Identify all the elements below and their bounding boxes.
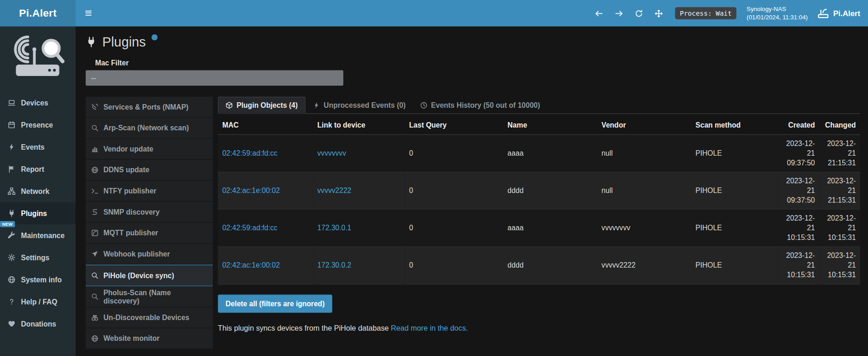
question-icon <box>8 298 16 306</box>
sidebar-item-help-faq[interactable]: Help / FAQ <box>0 291 76 313</box>
plugin-nav-item-arp-scan[interactable]: Arp-Scan (Network scan) <box>86 118 213 139</box>
sidebar-item-label: Plugins <box>21 209 47 217</box>
move-button[interactable] <box>654 9 663 18</box>
sidebar-item-network[interactable]: Network <box>0 180 76 202</box>
plugin-nav-item-pholus-scan[interactable]: Pholus-Scan (Name discovery) <box>86 286 213 308</box>
changed-cell: 2023-12-21 21:15:31 <box>819 172 860 209</box>
col-header-mac[interactable]: MAC <box>218 116 313 134</box>
plug-icon <box>8 210 16 217</box>
sidebar-item-label: Help / FAQ <box>21 298 58 306</box>
plugin-nav-item-undiscoverable-devices[interactable]: Un-Discoverable Devices <box>86 307 213 328</box>
device-link[interactable]: vvvvv2222 <box>317 187 352 195</box>
col-header-vendor[interactable]: Vendor <box>597 116 691 134</box>
plugin-nav-item-services-ports[interactable]: Services & Ports (NMAP) <box>86 97 213 118</box>
plugin-description: This plugin syncs devices from the PiHol… <box>218 324 860 332</box>
scan-method-cell: PIHOLE <box>691 210 777 247</box>
vendor-cell: null <box>597 172 691 209</box>
created-cell: 2023-12-21 09:37:50 <box>777 172 819 209</box>
sidebar-toggle-button[interactable]: ≡ <box>76 0 101 27</box>
plugin-nav-item-website-monitor[interactable]: Website monitor <box>86 328 213 350</box>
plugin-nav-item-snmp-discovery[interactable]: SNMP discovery <box>86 202 213 223</box>
host-info: Synology-NAS (01/01/2024, 11:31:04) <box>747 5 808 22</box>
mqtt-icon <box>91 229 99 237</box>
plugin-nav-item-webhook-publisher[interactable]: Webhook publisher <box>86 244 213 265</box>
plugin-nav-label: Un-Discoverable Devices <box>103 313 189 321</box>
vendor-cell: vvvvvvvv <box>597 210 691 247</box>
plugin-description-text: This plugin syncs devices from the PiHol… <box>218 324 389 332</box>
wrench-icon <box>8 232 16 239</box>
nav-back-button[interactable] <box>595 9 603 18</box>
changed-cell: 2023-12-21 10:15:31 <box>819 247 860 284</box>
changed-cell: 2023-12-21 10:15:31 <box>819 210 860 247</box>
sidebar-item-label: Settings <box>21 253 50 262</box>
arrow-right-icon <box>615 9 623 18</box>
last-query-cell: 0 <box>405 134 503 172</box>
search-icon <box>91 293 99 300</box>
globe-icon <box>91 166 99 174</box>
table-row: 02:42:ac:1e:00:02 vvvvv2222 0 dddd null … <box>218 172 860 209</box>
sidebar-item-system-info[interactable]: System info <box>0 268 76 291</box>
col-header-link-to-device[interactable]: Link to device <box>313 116 405 134</box>
sidebar-item-report[interactable]: Report <box>0 158 76 180</box>
host-name: Synology-NAS <box>747 5 808 13</box>
table-row: 02:42:ac:1e:00:02 172.30.0.2 0 dddd vvvv… <box>218 247 860 284</box>
cube-icon <box>226 102 233 109</box>
plugin-nav-label: Website monitor <box>103 334 159 343</box>
sidebar-item-settings[interactable]: Settings <box>0 246 76 268</box>
satellite-dish-icon <box>91 103 99 111</box>
tab-label: Events History (50 out of 10000) <box>431 101 540 109</box>
col-header-created[interactable]: Created <box>777 116 819 134</box>
delete-all-button[interactable]: Delete all (filters are ignored) <box>218 294 333 313</box>
sidebar-item-label: System info <box>21 275 62 284</box>
tab-unprocessed-events[interactable]: Unprocessed Events (0) <box>305 97 413 113</box>
snmp-icon <box>91 208 99 216</box>
sidebar: Devices Presence Events Report Network <box>0 27 76 356</box>
vendor-cell: null <box>597 134 691 172</box>
plugin-panel: Plugin Objects (4) Unprocessed Events (0… <box>218 97 860 332</box>
mac-link[interactable]: 02:42:59:ad:fd:cc <box>222 149 277 157</box>
nav-forward-button[interactable] <box>615 9 623 18</box>
mac-link[interactable]: 02:42:ac:1e:00:02 <box>222 187 280 195</box>
refresh-icon <box>634 9 643 18</box>
globe-icon <box>8 276 16 284</box>
send-icon <box>91 251 99 258</box>
last-query-cell: 0 <box>405 247 503 284</box>
sidebar-item-donations[interactable]: Donations <box>0 313 76 335</box>
brand-logo[interactable]: Pi.Alert <box>0 0 76 27</box>
router-icon <box>818 8 829 19</box>
plugin-nav-item-mqtt-publisher[interactable]: MQTT publisher <box>86 223 213 244</box>
col-header-last-query[interactable]: Last Query <box>405 116 503 134</box>
table-row: 02:42:59:ad:fd:cc vvvvvvvv 0 aaaa null P… <box>218 134 860 172</box>
plugin-nav-item-ddns-update[interactable]: DDNS update <box>86 160 213 181</box>
docs-link[interactable]: Read more in the docs. <box>391 324 468 332</box>
laptop-icon <box>8 99 16 107</box>
refresh-button[interactable] <box>634 9 643 18</box>
col-header-changed[interactable]: Changed <box>819 116 860 134</box>
created-cell: 2023-12-21 10:15:31 <box>777 247 819 284</box>
sidebar-item-maintenance[interactable]: NEW Maintenance <box>0 224 76 246</box>
mac-link[interactable]: 02:42:59:ad:fd:cc <box>222 224 277 232</box>
mac-link[interactable]: 02:42:ac:1e:00:02 <box>222 261 280 269</box>
plugin-nav-item-pihole-device-sync[interactable]: PiHole (Device sync) <box>86 265 213 286</box>
sidebar-item-events[interactable]: Events <box>0 136 76 158</box>
mac-filter-input[interactable] <box>86 70 343 86</box>
search-icon <box>91 272 99 279</box>
tab-plugin-objects[interactable]: Plugin Objects (4) <box>218 97 305 114</box>
sidebar-item-devices[interactable]: Devices <box>0 92 76 114</box>
device-link[interactable]: 172.30.0.2 <box>317 261 352 269</box>
col-header-scan-method[interactable]: Scan method <box>691 116 777 134</box>
plugin-nav-item-vendor-update[interactable]: Vendor update <box>86 139 213 160</box>
arrow-left-icon <box>595 9 603 18</box>
pialert-app: Pi.Alert ≡ Process: Wait Synology-NAS (0… <box>0 0 868 356</box>
sidebar-item-presence[interactable]: Presence <box>0 114 76 136</box>
info-badge[interactable] <box>151 34 157 40</box>
table-header-row: MAC Link to device Last Query Name Vendo… <box>218 116 860 134</box>
device-link[interactable]: vvvvvvvv <box>317 149 346 157</box>
topbar-brand-right[interactable]: Pi.Alert <box>818 8 860 19</box>
col-header-name[interactable]: Name <box>503 116 597 134</box>
plugin-nav-label: Vendor update <box>103 145 153 153</box>
plugin-nav-item-ntfy-publisher[interactable]: NTFY publisher <box>86 181 213 202</box>
device-link[interactable]: 172.30.0.1 <box>317 224 352 232</box>
name-cell: dddd <box>503 247 597 284</box>
tab-events-history[interactable]: Events History (50 out of 10000) <box>413 97 547 113</box>
